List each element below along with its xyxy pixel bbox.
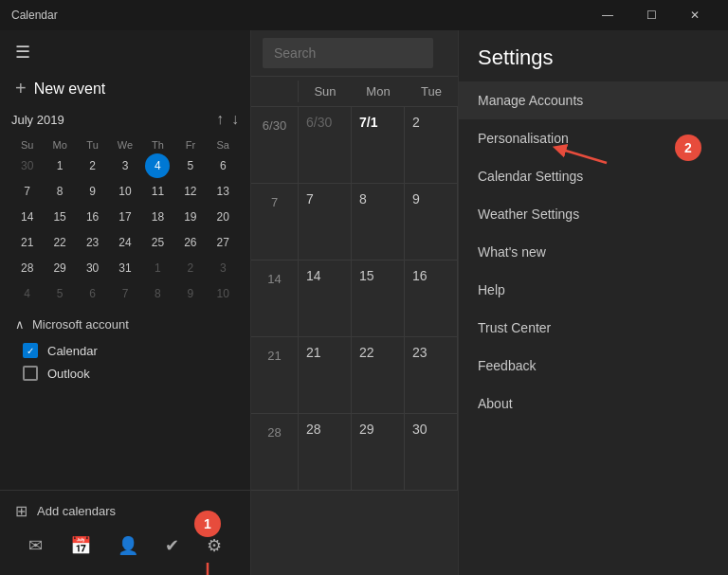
- calendar-cell[interactable]: 15: [352, 261, 405, 336]
- calendar-toolbar: [251, 30, 458, 77]
- mini-cal-day[interactable]: 3: [113, 153, 137, 178]
- mini-cal-day[interactable]: 19: [178, 205, 203, 229]
- mini-cal-day[interactable]: 2: [178, 256, 203, 280]
- mini-cal-day[interactable]: 22: [47, 230, 72, 255]
- mini-cal-day[interactable]: 14: [15, 205, 40, 229]
- mini-cal-day[interactable]: 30: [81, 256, 105, 280]
- mini-cal-day[interactable]: 15: [47, 205, 72, 229]
- calendar-cell[interactable]: 8: [352, 184, 405, 260]
- mini-cal-day[interactable]: 6: [210, 153, 235, 178]
- mini-cal-day[interactable]: 25: [145, 230, 170, 255]
- settings-item[interactable]: Manage Accounts: [459, 81, 728, 119]
- calendar-icon[interactable]: 📅: [66, 531, 95, 560]
- mini-cal-day-header: Fr: [174, 137, 206, 153]
- mini-cal-day[interactable]: 30: [15, 153, 40, 178]
- calendar-cell[interactable]: 29: [352, 414, 405, 490]
- settings-item[interactable]: Feedback: [459, 347, 728, 385]
- calendar-cell[interactable]: 14: [299, 261, 352, 336]
- calendar-cell[interactable]: 23: [405, 337, 458, 413]
- mini-cal-day[interactable]: 20: [210, 205, 235, 229]
- mini-cal-day[interactable]: 7: [113, 281, 137, 306]
- bottom-nav: ✉ 📅 👤 ✔ ⚙: [15, 524, 235, 567]
- sidebar: ☰ + New event July 2019 ↑ ↓ SuMoTuWeThFr…: [0, 30, 251, 575]
- mini-calendar: July 2019 ↑ ↓ SuMoTuWeThFrSa301234567891…: [0, 107, 250, 306]
- mini-cal-day[interactable]: 10: [210, 281, 235, 306]
- settings-item[interactable]: About: [459, 385, 728, 422]
- plus-icon: +: [15, 78, 27, 99]
- tasks-icon[interactable]: ✔: [161, 531, 183, 560]
- mini-cal-day[interactable]: 31: [113, 256, 137, 280]
- outlook-checkbox[interactable]: [23, 366, 38, 381]
- mini-cal-day[interactable]: 4: [15, 281, 40, 306]
- mini-cal-day[interactable]: 8: [145, 281, 170, 306]
- mini-cal-prev[interactable]: ↑: [216, 111, 224, 128]
- mini-cal-day[interactable]: 1: [145, 256, 170, 280]
- calendar-cell[interactable]: 6/30: [299, 107, 352, 183]
- cal-date-num: 16: [412, 268, 449, 283]
- calendar-cell[interactable]: 30: [405, 414, 458, 490]
- mini-cal-day[interactable]: 5: [47, 281, 72, 306]
- mini-cal-day[interactable]: 28: [15, 256, 40, 280]
- settings-item[interactable]: What's new: [459, 233, 728, 271]
- calendar-cell[interactable]: 16: [405, 261, 458, 336]
- mini-cal-day[interactable]: 21: [15, 230, 40, 255]
- minimize-button[interactable]: —: [586, 0, 629, 30]
- mini-cal-day[interactable]: 7: [15, 179, 40, 204]
- mini-cal-navs: ↑ ↓: [216, 111, 239, 128]
- cal-date-num: 22: [359, 345, 396, 360]
- calendar-cell[interactable]: 7: [299, 184, 352, 260]
- mini-cal-day[interactable]: 12: [178, 179, 203, 204]
- mini-cal-day[interactable]: 17: [113, 205, 137, 229]
- calendar-cell[interactable]: 22: [352, 337, 405, 413]
- add-calendars-button[interactable]: ⊞ Add calendars: [15, 498, 235, 524]
- mail-icon[interactable]: ✉: [25, 531, 46, 560]
- maximize-button[interactable]: ☐: [629, 0, 673, 30]
- settings-item[interactable]: Trust Center: [459, 309, 728, 347]
- calendar-cell[interactable]: 7/1: [352, 107, 405, 183]
- calendar-cell[interactable]: 28: [299, 414, 352, 490]
- mini-cal-next[interactable]: ↓: [231, 111, 239, 128]
- mini-cal-day[interactable]: 27: [210, 230, 235, 255]
- mini-cal-day[interactable]: 29: [47, 256, 72, 280]
- mini-cal-day[interactable]: 3: [210, 256, 235, 280]
- mini-cal-day[interactable]: 10: [113, 179, 137, 204]
- mini-cal-day[interactable]: 6: [81, 281, 105, 306]
- settings-icon[interactable]: ⚙: [203, 531, 226, 560]
- calendar-cell[interactable]: 9: [405, 184, 458, 260]
- settings-item[interactable]: Weather Settings: [459, 195, 728, 233]
- settings-panel: Settings Manage AccountsPersonalisationC…: [458, 30, 728, 575]
- new-event-button[interactable]: + New event: [0, 70, 250, 107]
- app-title: Calendar: [11, 9, 586, 22]
- mini-cal-day[interactable]: 18: [145, 205, 170, 229]
- search-input[interactable]: [263, 38, 433, 68]
- mini-cal-day[interactable]: 9: [81, 179, 105, 204]
- mini-cal-day[interactable]: 16: [81, 205, 105, 229]
- accounts-header[interactable]: ∧ Microsoft account: [15, 317, 235, 332]
- mini-cal-day[interactable]: 5: [178, 153, 203, 178]
- mini-cal-day[interactable]: 8: [47, 179, 72, 204]
- cal-date-num: 28: [306, 422, 343, 437]
- mini-cal-day[interactable]: 4: [145, 153, 170, 178]
- cal-date-num: 2: [412, 115, 449, 130]
- mini-cal-grid: SuMoTuWeThFrSa30123456789101112131415161…: [11, 137, 239, 306]
- settings-item[interactable]: Personalisation: [459, 119, 728, 157]
- mini-cal-day[interactable]: 9: [178, 281, 203, 306]
- mini-cal-day[interactable]: 2: [81, 153, 105, 178]
- mini-cal-day[interactable]: 24: [113, 230, 137, 255]
- settings-item[interactable]: Help: [459, 271, 728, 309]
- close-button[interactable]: ✕: [673, 0, 717, 30]
- mini-cal-day[interactable]: 23: [81, 230, 105, 255]
- hamburger-icon[interactable]: ☰: [15, 42, 30, 63]
- people-icon[interactable]: 👤: [114, 531, 142, 560]
- calendar-rows: 6/306/307/127789141415162121222328282930: [251, 107, 458, 575]
- mini-cal-day[interactable]: 26: [178, 230, 203, 255]
- mini-cal-day[interactable]: 1: [47, 153, 72, 178]
- mini-cal-day[interactable]: 11: [145, 179, 170, 204]
- mini-cal-day[interactable]: 13: [210, 179, 235, 204]
- settings-item[interactable]: Calendar Settings: [459, 157, 728, 195]
- calendar-cell[interactable]: 21: [299, 337, 352, 413]
- calendar-item-calendar[interactable]: ✓ Calendar: [15, 339, 235, 362]
- calendar-item-outlook[interactable]: Outlook: [15, 362, 235, 385]
- calendar-cell[interactable]: 2: [405, 107, 458, 183]
- calendar-checkbox[interactable]: ✓: [23, 343, 38, 358]
